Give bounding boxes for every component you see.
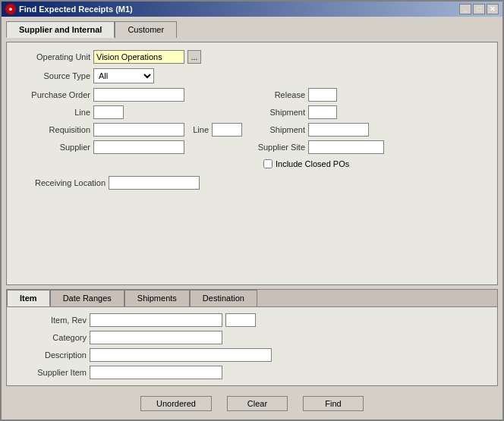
shipment-input-lower[interactable] bbox=[308, 123, 369, 137]
supplier-label: Supplier bbox=[14, 143, 90, 152]
source-type-label: Source Type bbox=[14, 71, 90, 80]
supplier-item-label: Supplier Item bbox=[14, 368, 87, 377]
release-input[interactable] bbox=[308, 88, 337, 102]
supplier-site-label: Supplier Site bbox=[256, 143, 305, 152]
close-button[interactable]: ✕ bbox=[487, 4, 499, 14]
tab-destination[interactable]: Destination bbox=[190, 290, 257, 306]
tab-customer[interactable]: Customer bbox=[115, 21, 177, 38]
description-row: Description bbox=[14, 348, 490, 362]
action-bar: Unordered Clear Find bbox=[6, 390, 498, 415]
requisition-row: Requisition Line bbox=[14, 123, 248, 137]
item-rev-input[interactable] bbox=[90, 313, 222, 327]
supplier-item-row: Supplier Item bbox=[14, 366, 490, 379]
shipment-row-lower: Shipment bbox=[256, 123, 490, 137]
line-input-left[interactable] bbox=[93, 105, 124, 119]
operating-unit-label: Operating Unit bbox=[14, 52, 90, 61]
shipment-label-right: Shipment bbox=[256, 108, 305, 117]
shipment-input-right[interactable] bbox=[308, 105, 337, 119]
supplier-item-input[interactable] bbox=[90, 366, 222, 379]
purchase-order-label: Purchase Order bbox=[14, 90, 90, 99]
item-tab-content: Item, Rev Category Description Supplier … bbox=[7, 306, 497, 385]
item-rev-extra-input[interactable] bbox=[225, 313, 256, 327]
minimize-button[interactable]: _ bbox=[459, 4, 471, 14]
item-rev-row: Item, Rev bbox=[14, 313, 490, 327]
two-col-section: Purchase Order Line Requisition Line bbox=[14, 88, 490, 168]
requisition-label: Requisition bbox=[14, 125, 90, 134]
supplier-input[interactable] bbox=[93, 140, 184, 154]
operating-unit-ellipsis[interactable]: ... bbox=[187, 50, 201, 64]
tab-date-ranges[interactable]: Date Ranges bbox=[50, 290, 124, 306]
unordered-button[interactable]: Unordered bbox=[140, 396, 212, 411]
category-label: Category bbox=[14, 333, 87, 342]
title-bar: ● Find Expected Receipts (M1) _ □ ✕ bbox=[2, 2, 502, 17]
app-icon: ● bbox=[5, 4, 16, 14]
release-label: Release bbox=[256, 90, 305, 99]
operating-unit-input[interactable] bbox=[93, 50, 184, 64]
tab-shipments[interactable]: Shipments bbox=[124, 290, 190, 306]
line-row-left: Line bbox=[14, 105, 248, 119]
source-type-row: Source Type All Supplier Internal Custom… bbox=[14, 68, 490, 83]
purchase-order-row: Purchase Order bbox=[14, 88, 248, 102]
category-input[interactable] bbox=[90, 331, 222, 344]
clear-button[interactable]: Clear bbox=[227, 396, 288, 411]
line-label-left: Line bbox=[14, 108, 90, 117]
maximize-button[interactable]: □ bbox=[473, 4, 485, 14]
include-closed-pos-label: Include Closed POs bbox=[276, 159, 349, 168]
category-row: Category bbox=[14, 331, 490, 344]
find-button[interactable]: Find bbox=[303, 396, 364, 411]
description-label: Description bbox=[14, 350, 87, 360]
supplier-site-input[interactable] bbox=[308, 140, 384, 154]
purchase-order-input[interactable] bbox=[93, 88, 184, 102]
include-closed-pos-checkbox[interactable] bbox=[263, 159, 272, 168]
window-title: Find Expected Receipts (M1) bbox=[19, 5, 133, 14]
include-closed-pos-row: Include Closed POs bbox=[256, 159, 490, 168]
line-label-middle: Line bbox=[187, 125, 209, 134]
main-window: ● Find Expected Receipts (M1) _ □ ✕ Supp… bbox=[0, 0, 504, 421]
receiving-location-row: Receiving Location bbox=[14, 176, 490, 190]
receiving-location-input[interactable] bbox=[109, 176, 200, 190]
supplier-site-row: Supplier Site bbox=[256, 140, 490, 154]
bottom-section: Item Date Ranges Shipments Destination I… bbox=[6, 289, 498, 386]
bottom-tab-strip: Item Date Ranges Shipments Destination bbox=[7, 290, 497, 306]
source-type-select[interactable]: All Supplier Internal Customer bbox=[93, 68, 154, 83]
tab-item[interactable]: Item bbox=[7, 290, 50, 306]
description-input[interactable] bbox=[90, 348, 272, 362]
receiving-location-label: Receiving Location bbox=[14, 178, 106, 187]
main-panel: Operating Unit ... Source Type All Suppl… bbox=[6, 42, 498, 285]
release-row: Release bbox=[256, 88, 490, 102]
item-rev-label: Item, Rev bbox=[14, 316, 87, 325]
line-input-middle[interactable] bbox=[212, 123, 242, 137]
tab-supplier-internal[interactable]: Supplier and Internal bbox=[6, 21, 115, 38]
shipment-label-lower: Shipment bbox=[256, 125, 305, 134]
top-tab-strip: Supplier and Internal Customer bbox=[6, 21, 498, 38]
shipment-row-top: Shipment bbox=[256, 105, 490, 119]
requisition-input[interactable] bbox=[93, 123, 184, 137]
supplier-row: Supplier bbox=[14, 140, 248, 154]
operating-unit-row: Operating Unit ... bbox=[14, 50, 490, 64]
